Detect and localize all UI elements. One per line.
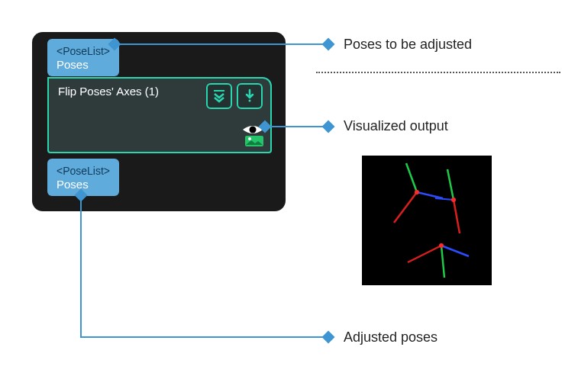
eye-icon (241, 124, 264, 136)
input-port-name: Poses (57, 58, 110, 72)
input-port[interactable]: <PoseList> Poses (47, 39, 119, 76)
axes-preview (362, 156, 492, 285)
node-title: Flip Poses' Axes (1) (58, 85, 159, 98)
svg-point-12 (451, 198, 456, 202)
visualize-button[interactable] (241, 124, 264, 147)
axes-preview-svg (362, 156, 492, 285)
svg-line-11 (435, 198, 454, 200)
output-port[interactable]: <PoseList> Poses (47, 159, 119, 196)
svg-point-8 (415, 190, 419, 194)
annotation-visual: Visualized output (344, 118, 448, 134)
collapse-button[interactable] (206, 83, 232, 109)
svg-line-10 (447, 169, 454, 200)
svg-rect-0 (214, 90, 224, 92)
svg-point-4 (248, 137, 251, 140)
svg-line-5 (394, 192, 417, 223)
svg-line-6 (406, 163, 417, 192)
output-port-name: Poses (57, 178, 110, 191)
download-icon (242, 88, 257, 104)
collapse-icon (212, 88, 227, 104)
annotation-output: Adjusted poses (344, 329, 438, 345)
svg-line-9 (454, 200, 460, 233)
svg-point-16 (439, 243, 444, 248)
output-port-type: <PoseList> (57, 164, 110, 178)
svg-line-15 (441, 246, 469, 256)
svg-point-2 (250, 127, 257, 133)
input-port-type: <PoseList> (57, 44, 110, 58)
svg-line-7 (417, 192, 443, 198)
svg-line-14 (441, 246, 444, 278)
picture-icon (244, 135, 264, 147)
download-button[interactable] (237, 83, 263, 109)
svg-point-1 (249, 100, 251, 102)
node-card: Flip Poses' Axes (1) (47, 77, 272, 153)
svg-line-13 (408, 246, 441, 262)
divider-line (316, 72, 560, 73)
annotation-input: Poses to be adjusted (344, 37, 472, 53)
